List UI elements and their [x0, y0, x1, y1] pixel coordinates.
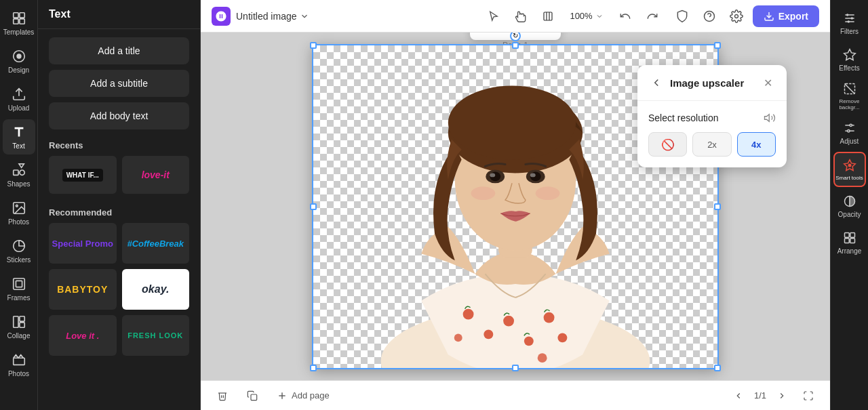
- help-button[interactable]: [698, 5, 720, 27]
- upscaler-back-button[interactable]: [648, 75, 665, 91]
- chevron-right-icon: [777, 391, 787, 401]
- export-button[interactable]: Export: [753, 5, 819, 27]
- shield-button[interactable]: [671, 5, 693, 27]
- add-title-button[interactable]: Add a title: [49, 37, 189, 64]
- filters-label: Filters: [840, 28, 859, 35]
- redo-button[interactable]: [642, 5, 663, 27]
- recommended-item-coffee-break[interactable]: #CoffeeBreak: [122, 223, 190, 264]
- rotate-handle[interactable]: ↻: [510, 33, 521, 41]
- fullscreen-icon: [803, 390, 814, 401]
- sidebar-item-collage[interactable]: Collage: [3, 309, 35, 344]
- upscaler-close-button[interactable]: ✕: [760, 75, 776, 91]
- sidebar-item-frames[interactable]: Frames: [3, 271, 35, 306]
- sidebar-item-design[interactable]: Design: [3, 43, 35, 79]
- recents-grid: WHAT IF... love-it: [49, 156, 189, 194]
- smart-tools-icon: [843, 159, 856, 172]
- fresh-look-text: FRESH LOOK: [127, 331, 183, 340]
- svg-point-48: [490, 173, 495, 177]
- add-body-button[interactable]: Add body text: [49, 102, 189, 129]
- handle-middle-right[interactable]: [714, 203, 721, 210]
- recommended-item-love-it-2[interactable]: Love it .: [49, 315, 117, 356]
- right-panel-filters[interactable]: Filters: [833, 5, 866, 41]
- chevron-down-icon: [595, 12, 604, 20]
- sidebar-item-stickers[interactable]: Stickers: [3, 233, 35, 268]
- right-panel-adjust[interactable]: Adjust: [833, 115, 866, 150]
- upscaler-option-disabled[interactable]: 🚫: [648, 132, 687, 157]
- volume-icon: [764, 112, 776, 124]
- sidebar-item-text[interactable]: Text: [3, 119, 35, 155]
- recommended-item-babytoy[interactable]: BABYTOY: [49, 269, 117, 310]
- more-options-button[interactable]: [538, 33, 558, 37]
- upscaler-section-text: Select resolution: [648, 112, 719, 123]
- text-panel-header: Text: [38, 0, 200, 29]
- help-icon: [703, 9, 716, 23]
- photos2-icon: [12, 352, 26, 367]
- svg-point-34: [503, 315, 514, 326]
- svg-rect-19: [544, 12, 552, 20]
- handle-top-middle[interactable]: [512, 42, 519, 49]
- project-name[interactable]: Untitled image: [236, 11, 309, 22]
- remove-bg-icon: [843, 82, 856, 96]
- svg-point-5: [16, 54, 21, 58]
- prev-page-button[interactable]: [728, 388, 749, 403]
- right-panel-arrange[interactable]: Arrange: [833, 225, 866, 260]
- sidebar-item-collage-label: Collage: [7, 332, 31, 340]
- recommended-grid: Special Promo #CoffeeBreak BABYTOY okay.…: [49, 223, 189, 356]
- adjust-label: Adjust: [840, 138, 859, 145]
- sidebar-item-photos2[interactable]: Photos: [3, 347, 35, 382]
- recommended-label: Recommended: [49, 207, 189, 218]
- svg-rect-2: [13, 18, 18, 23]
- sidebar-item-shapes[interactable]: Shapes: [3, 157, 35, 192]
- add-page-button[interactable]: Add page: [271, 388, 335, 404]
- right-panel-smart-tools[interactable]: Smart tools: [833, 152, 866, 187]
- settings-button[interactable]: [726, 5, 747, 27]
- gear-icon: [730, 9, 743, 23]
- svg-marker-62: [844, 49, 855, 60]
- upscaler-body: Select resolution 🚫 2x 4x: [637, 101, 787, 167]
- duplicate-button[interactable]: [241, 388, 263, 404]
- svg-point-59: [846, 14, 848, 16]
- arrange-icon: [843, 231, 856, 245]
- sidebar-item-upload-label: Upload: [8, 104, 30, 112]
- delete-button[interactable]: [212, 388, 233, 404]
- handle-top-right[interactable]: [714, 42, 721, 49]
- handle-bottom-right[interactable]: [714, 365, 721, 371]
- top-bar-center: 100%: [483, 5, 663, 27]
- upscaler-option-4x[interactable]: 4x: [737, 132, 776, 157]
- zoom-control[interactable]: 100%: [564, 8, 608, 24]
- recent-item-love-it[interactable]: love-it: [122, 156, 190, 194]
- recommended-item-special-promo[interactable]: Special Promo: [49, 223, 117, 264]
- frame-button[interactable]: [537, 5, 559, 27]
- crop-button[interactable]: [473, 33, 493, 37]
- sidebar-item-photos[interactable]: Photos: [3, 195, 35, 230]
- text-panel: Text Add a title Add a subtitle Add body…: [38, 0, 201, 410]
- recommended-item-fresh-look[interactable]: FRESH LOOK: [122, 315, 190, 356]
- right-panel-effects[interactable]: Effects: [833, 42, 866, 77]
- svg-point-36: [544, 312, 555, 323]
- handle-middle-left[interactable]: [310, 203, 317, 210]
- right-panel-opacity[interactable]: Opacity: [833, 188, 866, 224]
- recent-item-what-if[interactable]: WHAT IF...: [49, 156, 117, 194]
- handle-top-left[interactable]: [310, 42, 317, 49]
- svg-point-22: [704, 11, 714, 21]
- svg-line-64: [844, 84, 854, 94]
- add-subtitle-button[interactable]: Add a subtitle: [49, 70, 189, 97]
- cursor-tool-button[interactable]: [483, 5, 505, 27]
- recommended-item-okay[interactable]: okay.: [122, 269, 190, 310]
- upscaler-option-2x[interactable]: 2x: [692, 132, 731, 157]
- effects-icon: [843, 48, 856, 62]
- sidebar-item-text-label: Text: [12, 142, 24, 150]
- sidebar-item-upload[interactable]: Upload: [3, 81, 35, 117]
- next-page-button[interactable]: [772, 388, 792, 403]
- handle-bottom-middle[interactable]: [512, 365, 519, 371]
- cursor-icon: [488, 10, 500, 22]
- fullscreen-button[interactable]: [797, 388, 819, 404]
- sidebar-item-templates[interactable]: Templates: [3, 5, 35, 41]
- coffee-break-text: #CoffeeBreak: [127, 239, 184, 249]
- handle-bottom-left[interactable]: [310, 365, 317, 371]
- svg-point-8: [19, 170, 24, 175]
- svg-point-70: [847, 129, 849, 131]
- right-panel-remove-bg[interactable]: Remove backgr...: [833, 79, 866, 114]
- hand-tool-button[interactable]: [510, 5, 532, 27]
- undo-button[interactable]: [614, 5, 636, 27]
